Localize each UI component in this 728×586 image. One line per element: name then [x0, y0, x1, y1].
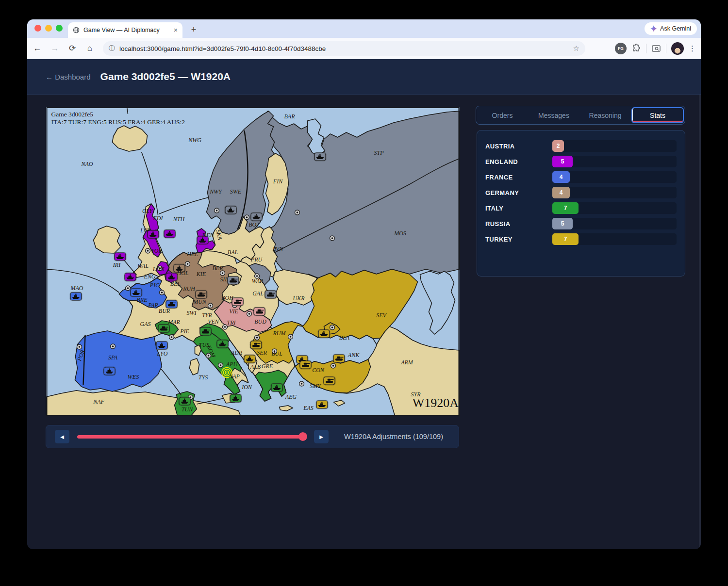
new-tab-button[interactable]: + [187, 23, 200, 36]
close-window-button[interactable] [34, 25, 41, 32]
italy-fleet-unit-icon[interactable] [216, 340, 229, 349]
map-label-bre: BRE [137, 296, 148, 303]
next-phase-button[interactable]: ▶ [314, 430, 329, 443]
turkey-fleet-unit-icon[interactable] [244, 355, 256, 364]
stat-value-badge: 7 [552, 233, 579, 245]
map-label-mos: MOS [394, 230, 406, 237]
map-label-con: CON [312, 367, 325, 374]
tab-title: Game View — AI Diplomacy [83, 27, 170, 33]
supply-center-dot [330, 325, 335, 330]
map-label-lon: LON [152, 266, 165, 273]
map-label-sil: SIL [220, 276, 228, 283]
ask-gemini-button[interactable]: Ask Gemini [645, 22, 697, 35]
stat-country-label: AUSTRIA [485, 143, 552, 150]
fg-extension-badge[interactable]: FG [615, 43, 627, 54]
phase-slider-track[interactable] [77, 435, 306, 439]
gemini-star-icon [650, 25, 657, 32]
france-fleet-unit-icon[interactable] [130, 288, 143, 297]
map-label-ion: ION [241, 384, 252, 391]
map-label-apu: APU [226, 361, 238, 368]
map-label-par: PAR [148, 302, 158, 309]
map-label-bla: BLA [339, 334, 350, 341]
fullscreen-window-button[interactable] [56, 25, 63, 32]
tab-stats[interactable]: Stats [631, 107, 684, 123]
turkey-fleet-unit-icon[interactable] [318, 329, 331, 339]
italy-fleet-unit-icon[interactable] [271, 383, 283, 392]
map-label-swi: SWI [187, 309, 197, 316]
stats-panel: AUSTRIA2ENGLAND5FRANCE4GERMANY4ITALY7RUS… [477, 130, 685, 277]
map-watermark: W1920A [413, 396, 459, 410]
forward-icon[interactable]: → [48, 44, 62, 53]
supply-center-dot [295, 210, 300, 215]
phase-slider-thumb[interactable] [298, 432, 307, 441]
map-label-ukr: UKR [293, 295, 305, 302]
turkey-army-unit-icon[interactable] [250, 341, 263, 350]
map-label-pru: PRU [250, 256, 263, 263]
minimize-window-button[interactable] [45, 25, 52, 32]
map-label-pic: PIC [149, 282, 160, 289]
stat-bar-track: 5 [552, 218, 677, 229]
turkey-army-unit-icon[interactable] [333, 354, 346, 363]
tab-reasoning[interactable]: Reasoning [580, 107, 630, 123]
germany-army-unit-icon[interactable] [195, 290, 208, 299]
menu-kebab-icon[interactable]: ⋮ [689, 44, 696, 53]
dashboard-back-link[interactable]: ← Dashboard [46, 73, 91, 81]
map-label-swe: SWE [230, 188, 242, 195]
italy-army-unit-icon[interactable] [199, 327, 212, 336]
extensions-puzzle-icon[interactable] [631, 44, 641, 53]
address-bar[interactable]: ⓘ localhost:3000/game.html?id=3d002fe5-7… [103, 41, 585, 56]
england-fleet-unit-icon[interactable] [124, 273, 137, 282]
stat-country-label: GERMANY [485, 189, 552, 196]
map-label-war: WAR [252, 277, 264, 284]
stat-bar-track: 7 [552, 233, 677, 245]
map-label-ank: ANK [347, 352, 360, 358]
diplomacy-map[interactable]: NAONWGBARNTHIRIENGMAOHELBALBOTSKALYOWEST… [46, 107, 459, 415]
map-label-cly: CLY [142, 208, 153, 214]
france-fleet-unit-icon[interactable] [70, 292, 83, 301]
back-icon[interactable]: ← [30, 44, 45, 53]
russia-army-unit-icon[interactable] [227, 276, 240, 285]
supply-center-dot [160, 290, 165, 295]
russia-fleet-unit-icon[interactable] [225, 206, 237, 215]
side-search-icon[interactable] [651, 44, 661, 53]
region-iberia[interactable] [75, 331, 162, 391]
turkey-army-unit-icon[interactable] [323, 376, 336, 386]
map-label-bud: BUD [254, 318, 266, 325]
supply-center-dot [247, 311, 252, 316]
austria-army-unit-icon[interactable] [253, 307, 266, 316]
tab-messages[interactable]: Messages [529, 107, 579, 123]
tab-close-icon[interactable]: × [174, 27, 178, 33]
italy-fleet-unit-icon[interactable] [179, 397, 191, 406]
supply-center-dot [299, 381, 304, 386]
england-fleet-unit-icon[interactable] [164, 229, 176, 239]
russia-fleet-unit-icon[interactable] [314, 152, 327, 162]
profile-avatar[interactable] [671, 42, 684, 55]
map-label-hel: HEL [186, 251, 198, 258]
map-label-lvp: LVP [140, 227, 151, 234]
map-label-ven: VEN [208, 318, 219, 325]
url-text[interactable]: localhost:3000/game.html?id=3d002fe5-79f… [119, 45, 569, 52]
tab-orders[interactable]: Orders [477, 107, 528, 123]
previous-phase-button[interactable]: ◀ [55, 430, 69, 443]
refresh-icon[interactable]: ⟳ [65, 43, 80, 53]
stat-bar-track: 4 [552, 171, 677, 183]
scrollbar-track[interactable] [699, 59, 701, 549]
phase-slider[interactable] [77, 432, 306, 441]
turkey-fleet-unit-icon[interactable] [316, 400, 329, 409]
supply-center-dot [146, 248, 150, 253]
home-icon[interactable]: ⌂ [83, 44, 97, 53]
france-fleet-unit-icon[interactable] [103, 367, 116, 376]
russia-fleet-unit-icon[interactable] [250, 212, 263, 222]
supply-center-dot [255, 335, 260, 340]
france-fleet-unit-icon[interactable] [156, 341, 168, 350]
browser-tab[interactable]: Game View — AI Diplomacy × [68, 22, 182, 38]
site-info-icon[interactable]: ⓘ [109, 44, 115, 53]
map-label-sev: SEV [376, 312, 387, 319]
region-russia[interactable] [266, 111, 460, 278]
russia-army-unit-icon[interactable] [265, 290, 277, 299]
turkey-army-unit-icon[interactable] [299, 360, 312, 370]
italy-fleet-unit-icon[interactable] [230, 394, 242, 403]
bookmark-star-icon[interactable]: ☆ [573, 44, 579, 53]
england-fleet-unit-icon[interactable] [114, 252, 127, 261]
map-label-bar: BAR [284, 113, 296, 120]
